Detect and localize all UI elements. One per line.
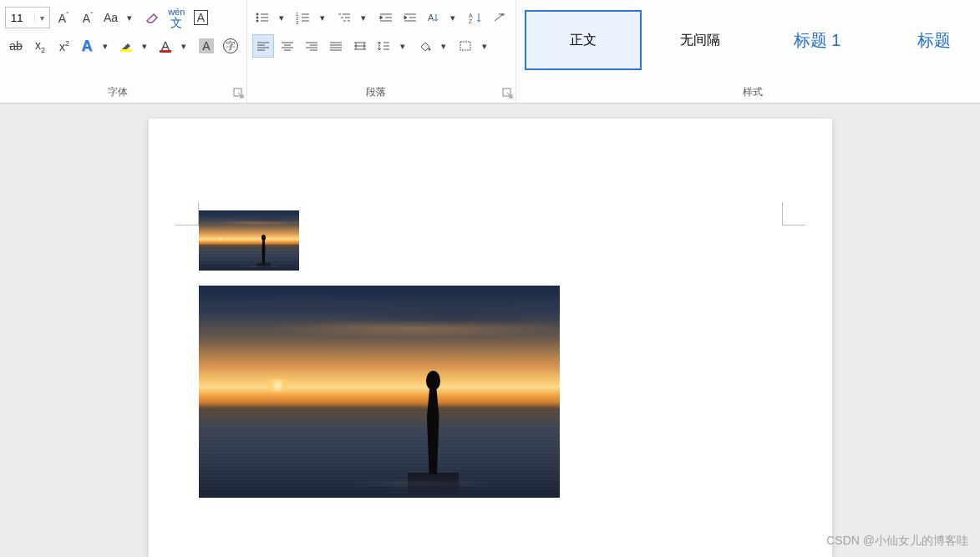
svg-point-2 bbox=[256, 17, 259, 19]
text-effects-dropdown[interactable]: ▾ bbox=[96, 34, 114, 58]
style-gallery[interactable]: 正文无间隔标题 1标题 bbox=[521, 3, 980, 72]
text-effects-button[interactable]: A bbox=[78, 34, 96, 58]
numbering-button[interactable]: 123 bbox=[293, 6, 313, 29]
chevron-down-icon[interactable]: ▾ bbox=[34, 13, 49, 23]
sort-button[interactable]: AZ bbox=[465, 6, 486, 29]
strikethrough-button[interactable]: ab bbox=[5, 34, 27, 58]
bullets-dropdown[interactable]: ▾ bbox=[272, 6, 291, 29]
align-center-icon bbox=[280, 39, 295, 53]
text-direction-dropdown[interactable]: ▾ bbox=[444, 6, 462, 29]
bullets-button[interactable] bbox=[252, 6, 272, 29]
align-left-button[interactable] bbox=[252, 34, 274, 58]
line-spacing-icon bbox=[376, 39, 391, 53]
shading-button[interactable] bbox=[414, 34, 434, 58]
paragraph-group: ▾ 123▾ ▾ A▾ AZ ▾ ▾ ▾ 段落 bbox=[247, 0, 516, 103]
paint-bucket-icon bbox=[417, 39, 432, 53]
shrink-font-button[interactable]: Aˇ bbox=[77, 6, 99, 29]
increase-indent-button[interactable] bbox=[399, 6, 421, 29]
borders-dropdown[interactable]: ▾ bbox=[475, 34, 494, 58]
margin-marker-top-right bbox=[782, 202, 805, 225]
multilevel-list-button[interactable] bbox=[334, 6, 354, 29]
svg-point-10 bbox=[429, 48, 431, 51]
font-group-label: 字体 bbox=[0, 85, 235, 99]
text-direction-button[interactable]: A bbox=[424, 6, 444, 29]
svg-rect-11 bbox=[460, 42, 470, 50]
bullets-icon bbox=[255, 11, 270, 24]
page[interactable] bbox=[149, 119, 832, 557]
svg-point-3 bbox=[256, 20, 259, 23]
style-item-标题 1[interactable]: 标题 1 bbox=[759, 10, 876, 70]
inserted-image-large[interactable] bbox=[199, 286, 560, 498]
watermark-text: CSDN @小仙女儿的博客哇 bbox=[826, 534, 968, 549]
enclose-characters-button[interactable]: 字 bbox=[220, 34, 241, 58]
numbering-icon: 123 bbox=[296, 11, 311, 24]
change-case-dropdown[interactable]: ▾ bbox=[120, 6, 139, 29]
font-size-combo[interactable]: ▾ bbox=[5, 7, 50, 28]
align-left-icon bbox=[256, 39, 271, 53]
superscript-button[interactable]: x2 bbox=[53, 34, 75, 58]
grow-font-button[interactable]: Aˆ bbox=[53, 6, 74, 29]
justify-icon bbox=[328, 39, 343, 53]
clear-formatting-button[interactable] bbox=[141, 6, 163, 29]
borders-icon bbox=[458, 39, 473, 53]
multilevel-dropdown[interactable]: ▾ bbox=[354, 6, 373, 29]
numbering-dropdown[interactable]: ▾ bbox=[313, 6, 332, 29]
justify-button[interactable] bbox=[325, 34, 347, 58]
align-center-button[interactable] bbox=[277, 34, 298, 58]
svg-point-1 bbox=[256, 13, 259, 16]
text-direction-icon: A bbox=[426, 11, 441, 24]
subscript-button[interactable]: x2 bbox=[29, 34, 51, 58]
styles-group-label: 样式 bbox=[516, 85, 980, 99]
show-marks-button[interactable] bbox=[489, 6, 510, 29]
svg-text:3: 3 bbox=[296, 20, 299, 24]
svg-text:Z: Z bbox=[469, 18, 473, 24]
character-border-button[interactable]: A bbox=[190, 6, 211, 29]
shading-dropdown[interactable]: ▾ bbox=[434, 34, 453, 58]
distribute-icon bbox=[353, 39, 368, 53]
multilevel-icon bbox=[337, 11, 352, 24]
font-dialog-launcher[interactable] bbox=[233, 88, 245, 99]
pilcrow-icon bbox=[492, 11, 507, 24]
highlight-dropdown[interactable]: ▾ bbox=[135, 34, 154, 58]
line-spacing-button[interactable] bbox=[373, 34, 394, 58]
paragraph-dialog-launcher[interactable] bbox=[502, 88, 514, 99]
ribbon: ▾ Aˆ Aˇ Aa ▾ wén文 A ab x2 x2 A ▾ bbox=[0, 0, 980, 104]
distribute-button[interactable] bbox=[349, 34, 371, 58]
sort-icon: AZ bbox=[468, 11, 483, 24]
styles-group: 正文无间隔标题 1标题 样式 bbox=[516, 0, 980, 103]
svg-text:A: A bbox=[428, 13, 434, 23]
align-right-button[interactable] bbox=[301, 34, 322, 58]
line-spacing-dropdown[interactable]: ▾ bbox=[394, 34, 412, 58]
indent-icon bbox=[403, 11, 418, 24]
style-item-标题[interactable]: 标题 bbox=[876, 10, 980, 70]
borders-button[interactable] bbox=[455, 34, 475, 58]
inserted-image-small[interactable] bbox=[199, 210, 299, 271]
style-item-无间隔[interactable]: 无间隔 bbox=[642, 10, 759, 70]
highlight-button[interactable] bbox=[117, 34, 135, 58]
document-area bbox=[0, 104, 980, 557]
font-color-dropdown[interactable]: ▾ bbox=[175, 34, 193, 58]
svg-text:A: A bbox=[469, 13, 473, 18]
eraser-icon bbox=[144, 9, 160, 26]
outdent-icon bbox=[378, 11, 394, 24]
decrease-indent-button[interactable] bbox=[375, 6, 397, 29]
margin-marker-top-left bbox=[175, 202, 199, 225]
paragraph-group-label: 段落 bbox=[247, 85, 504, 99]
character-shading-button[interactable]: A bbox=[195, 34, 217, 58]
style-item-正文[interactable]: 正文 bbox=[525, 10, 642, 70]
font-group: ▾ Aˆ Aˇ Aa ▾ wén文 A ab x2 x2 A ▾ bbox=[0, 0, 247, 103]
phonetic-guide-button[interactable]: wén文 bbox=[165, 6, 187, 29]
font-size-input[interactable] bbox=[6, 12, 34, 24]
align-right-icon bbox=[304, 39, 319, 53]
font-color-button[interactable]: A bbox=[156, 34, 175, 58]
change-case-button[interactable]: Aa bbox=[101, 6, 120, 29]
